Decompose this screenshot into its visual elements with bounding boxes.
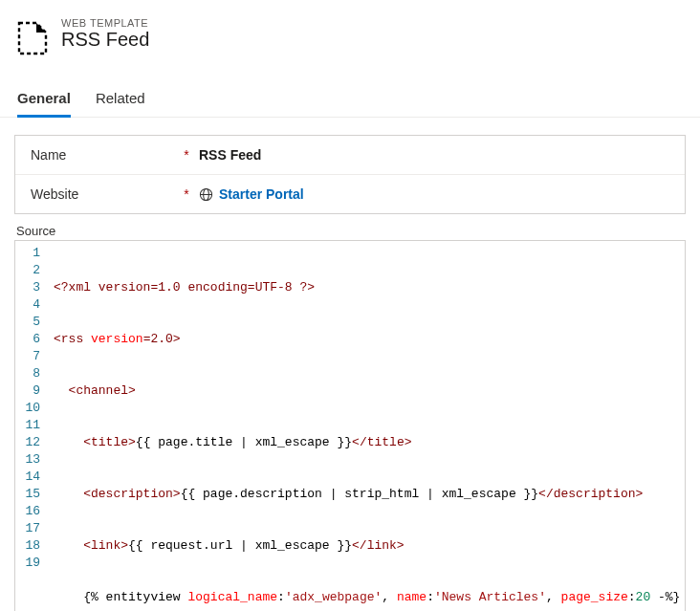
form-panel: Name * RSS Feed Website * Starter Portal xyxy=(14,135,686,214)
website-lookup[interactable]: Starter Portal xyxy=(199,186,304,202)
name-field[interactable]: RSS Feed xyxy=(199,147,261,163)
entity-overline: WEB TEMPLATE xyxy=(61,17,149,29)
required-marker: * xyxy=(182,147,191,163)
row-name: Name * RSS Feed xyxy=(15,136,685,175)
source-label: Source xyxy=(14,214,686,240)
page-header: WEB TEMPLATE RSS Feed xyxy=(0,0,700,65)
line-gutter: 12345678910111213141516171819 xyxy=(15,241,48,611)
file-dashed-icon xyxy=(17,21,48,55)
tab-general[interactable]: General xyxy=(17,82,71,118)
page-title: RSS Feed xyxy=(61,29,149,51)
code-editor[interactable]: 12345678910111213141516171819 <?xml vers… xyxy=(14,240,686,611)
code-content[interactable]: <?xml version=1.0 encoding=UTF-8 ?> <rss… xyxy=(48,241,685,611)
tab-related[interactable]: Related xyxy=(96,82,145,118)
required-marker: * xyxy=(182,186,191,202)
name-label: Name xyxy=(31,147,174,163)
globe-icon xyxy=(199,187,213,202)
website-value: Starter Portal xyxy=(219,186,304,202)
row-website: Website * Starter Portal xyxy=(15,175,685,213)
tab-bar: General Related xyxy=(0,82,700,118)
website-label: Website xyxy=(31,186,174,202)
